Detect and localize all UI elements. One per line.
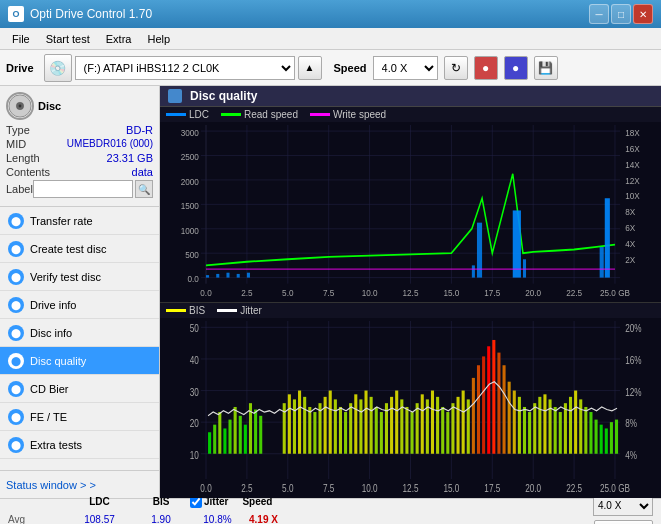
app-title: Opti Drive Control 1.70 bbox=[30, 7, 152, 21]
svg-text:1000: 1000 bbox=[181, 225, 199, 236]
svg-text:4X: 4X bbox=[625, 238, 635, 249]
disc-mid-row: MID UMEBDR016 (000) bbox=[6, 138, 153, 150]
svg-rect-144 bbox=[457, 397, 460, 454]
legend-bis: BIS bbox=[166, 305, 205, 316]
extra-tests-icon: ⬤ bbox=[8, 437, 24, 453]
svg-text:5.0: 5.0 bbox=[282, 287, 293, 298]
svg-rect-126 bbox=[364, 391, 367, 454]
menu-file[interactable]: File bbox=[4, 31, 38, 47]
svg-text:20.0: 20.0 bbox=[525, 287, 541, 298]
disc-mid-value: UMEBDR016 (000) bbox=[67, 138, 153, 150]
legend-read: Read speed bbox=[221, 109, 298, 120]
bottom-chart-legend: BIS Jitter bbox=[160, 303, 661, 318]
ldc-color bbox=[166, 113, 186, 116]
menu-help[interactable]: Help bbox=[139, 31, 178, 47]
disc-type-label: Type bbox=[6, 124, 30, 136]
svg-rect-153 bbox=[503, 365, 506, 454]
speed-stats-select[interactable]: 4.0 X bbox=[593, 496, 653, 516]
svg-text:12%: 12% bbox=[625, 387, 641, 398]
cd-bier-label: CD Bier bbox=[30, 383, 69, 395]
svg-rect-142 bbox=[446, 412, 449, 454]
cd-bier-icon: ⬤ bbox=[8, 381, 24, 397]
svg-text:16%: 16% bbox=[625, 355, 641, 366]
menu-start-test[interactable]: Start test bbox=[38, 31, 98, 47]
svg-text:2000: 2000 bbox=[181, 176, 199, 187]
sidebar-item-disc-info[interactable]: ⬤ Disc info bbox=[0, 319, 159, 347]
svg-text:2.5: 2.5 bbox=[241, 287, 252, 298]
disc-panel-title: Disc bbox=[38, 100, 61, 112]
svg-rect-109 bbox=[259, 416, 262, 454]
sidebar-item-cd-bier[interactable]: ⬤ CD Bier bbox=[0, 375, 159, 403]
svg-rect-137 bbox=[421, 394, 424, 453]
svg-text:18X: 18X bbox=[625, 127, 640, 138]
sidebar-item-fe-te[interactable]: ⬤ FE / TE bbox=[0, 403, 159, 431]
svg-rect-103 bbox=[229, 420, 232, 454]
bottom-chart-panel: BIS Jitter bbox=[160, 303, 661, 498]
avg-row: Avg 108.57 1.90 10.8% 4.19 X bbox=[8, 512, 334, 525]
maximize-button[interactable]: □ bbox=[611, 4, 631, 24]
read-color bbox=[221, 113, 241, 116]
svg-text:1500: 1500 bbox=[181, 201, 199, 212]
minimize-button[interactable]: ─ bbox=[589, 4, 609, 24]
avg-label: Avg bbox=[8, 514, 63, 524]
svg-text:15.0: 15.0 bbox=[443, 483, 459, 494]
svg-rect-119 bbox=[329, 391, 332, 454]
title-bar: O Opti Drive Control 1.70 ─ □ ✕ bbox=[0, 0, 661, 28]
drive-label: Drive bbox=[6, 62, 34, 74]
sidebar-item-disc-quality[interactable]: ⬤ Disc quality bbox=[0, 347, 159, 375]
title-bar-left: O Opti Drive Control 1.70 bbox=[8, 6, 152, 22]
svg-rect-172 bbox=[600, 425, 603, 454]
svg-rect-155 bbox=[513, 391, 516, 454]
svg-rect-101 bbox=[218, 412, 221, 454]
svg-text:10: 10 bbox=[190, 450, 199, 461]
svg-rect-116 bbox=[313, 412, 316, 454]
svg-text:25.0 GB: 25.0 GB bbox=[600, 483, 630, 494]
close-button[interactable]: ✕ bbox=[633, 4, 653, 24]
disc-type-row: Type BD-R bbox=[6, 124, 153, 136]
svg-text:30: 30 bbox=[190, 387, 199, 398]
refresh-btn[interactable]: ↻ bbox=[444, 56, 468, 80]
speed-select[interactable]: 4.0 X Max 8.0 X bbox=[373, 56, 438, 80]
svg-text:12.5: 12.5 bbox=[403, 483, 419, 494]
create-test-label: Create test disc bbox=[30, 243, 106, 255]
svg-rect-49 bbox=[206, 275, 209, 277]
svg-rect-114 bbox=[303, 397, 306, 454]
svg-point-2 bbox=[19, 105, 22, 108]
app-icon: O bbox=[8, 6, 24, 22]
verify-test-label: Verify test disc bbox=[30, 271, 101, 283]
svg-rect-135 bbox=[411, 412, 414, 454]
svg-rect-150 bbox=[487, 346, 490, 453]
settings-btn1[interactable]: ● bbox=[474, 56, 498, 80]
write-color bbox=[310, 113, 330, 116]
settings-btn2[interactable]: ● bbox=[504, 56, 528, 80]
stats-labels-col: LDC BIS Jitter Speed Avg 108.57 1.90 10.… bbox=[8, 494, 334, 525]
disc-header: Disc bbox=[6, 92, 153, 120]
sidebar-item-transfer-rate[interactable]: ⬤ Transfer rate bbox=[0, 207, 159, 235]
sidebar-item-extra-tests[interactable]: ⬤ Extra tests bbox=[0, 431, 159, 459]
svg-text:17.5: 17.5 bbox=[484, 287, 500, 298]
eject-btn[interactable]: ▲ bbox=[298, 56, 322, 80]
svg-text:10.0: 10.0 bbox=[362, 287, 378, 298]
svg-rect-51 bbox=[226, 273, 229, 278]
disc-label-input[interactable] bbox=[33, 180, 133, 198]
svg-rect-169 bbox=[584, 407, 587, 454]
title-controls[interactable]: ─ □ ✕ bbox=[589, 4, 653, 24]
menu-extra[interactable]: Extra bbox=[98, 31, 140, 47]
svg-rect-108 bbox=[254, 410, 257, 454]
disc-label-btn[interactable]: 🔍 bbox=[135, 180, 153, 198]
main-layout: Disc Type BD-R MID UMEBDR016 (000) Lengt… bbox=[0, 86, 661, 498]
svg-text:22.5: 22.5 bbox=[566, 483, 582, 494]
svg-rect-100 bbox=[213, 425, 216, 454]
svg-text:6X: 6X bbox=[625, 223, 635, 234]
start-full-button[interactable]: Start full bbox=[594, 520, 653, 525]
drive-select[interactable]: (F:) ATAPI iHBS112 2 CL0K bbox=[75, 56, 295, 80]
svg-text:0.0: 0.0 bbox=[187, 274, 198, 285]
sidebar-item-verify-test-disc[interactable]: ⬤ Verify test disc bbox=[0, 263, 159, 291]
save-btn[interactable]: 💾 bbox=[534, 56, 558, 80]
svg-rect-164 bbox=[559, 412, 562, 454]
sidebar-item-drive-info[interactable]: ⬤ Drive info bbox=[0, 291, 159, 319]
sidebar-item-create-test-disc[interactable]: ⬤ Create test disc bbox=[0, 235, 159, 263]
svg-text:25.0 GB: 25.0 GB bbox=[600, 287, 630, 298]
svg-rect-160 bbox=[538, 397, 541, 454]
svg-text:22.5: 22.5 bbox=[566, 287, 582, 298]
